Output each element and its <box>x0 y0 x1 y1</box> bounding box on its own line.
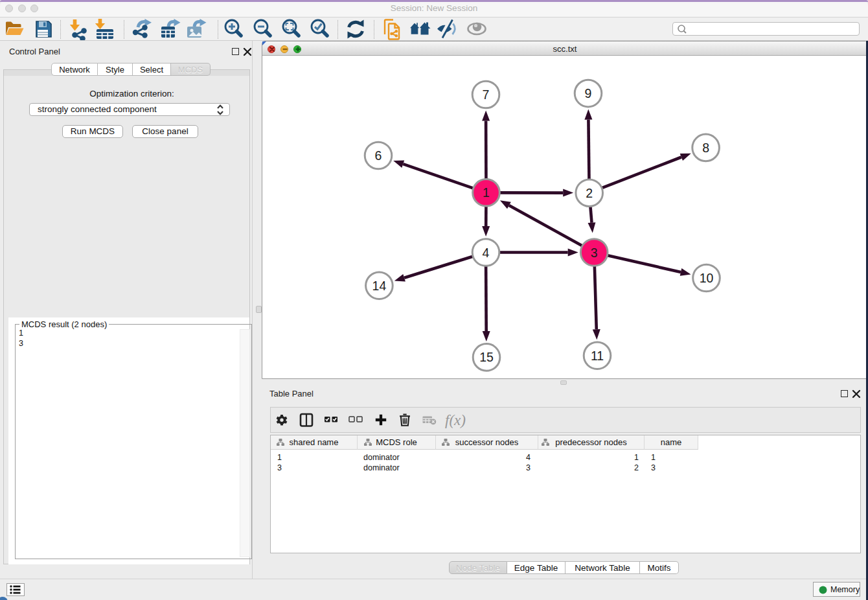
svg-text:6: 6 <box>375 148 382 163</box>
svg-text:9: 9 <box>585 86 592 100</box>
svg-text:10: 10 <box>700 271 714 285</box>
svg-text:8: 8 <box>702 141 709 155</box>
svg-text:2: 2 <box>586 186 593 200</box>
svg-text:7: 7 <box>483 87 490 102</box>
svg-text:f(x): f(x) <box>445 412 466 428</box>
svg-text:1: 1 <box>483 185 490 200</box>
svg-text:11: 11 <box>591 349 604 363</box>
svg-text:15: 15 <box>479 350 494 364</box>
svg-text:3: 3 <box>591 246 598 260</box>
svg-text:4: 4 <box>483 246 490 260</box>
svg-text:14: 14 <box>372 279 387 293</box>
